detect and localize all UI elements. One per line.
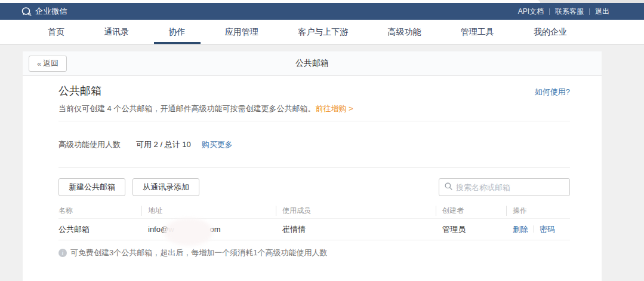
api-doc-link[interactable]: API文档 <box>518 7 544 17</box>
footnote: 可免费创建3个公共邮箱，超出后，每增加一个须消耗1个高级功能使用人数 <box>58 248 570 258</box>
topbar: 企业微信 API文档 联系客服 退出 <box>0 3 644 20</box>
nav-tab-collaboration[interactable]: 协作 <box>154 20 201 44</box>
search-input[interactable] <box>456 183 564 192</box>
search-icon <box>445 182 456 193</box>
nav-tab-admin-tools[interactable]: 管理工具 <box>446 20 509 44</box>
nav-tab-contacts[interactable]: 通讯录 <box>89 20 144 44</box>
footnote-text: 可免费创建3个公共邮箱，超出后，每增加一个须消耗1个高级功能使用人数 <box>70 248 327 258</box>
column-header-actions: 操作 <box>506 206 570 216</box>
nav-tab-advanced-features[interactable]: 高级功能 <box>372 20 436 44</box>
column-header-address: 地址 <box>141 206 276 216</box>
add-from-contacts-button[interactable]: 从通讯录添加 <box>133 178 199 196</box>
nav-tab-my-company[interactable]: 我的企业 <box>519 20 582 44</box>
topbar-links: API文档 联系客服 退出 <box>518 7 609 17</box>
how-to-use-link[interactable]: 如何使用? <box>535 87 570 97</box>
quota-value: 可用 2 / 总计 10 <box>136 139 191 150</box>
browser-window-edge-white <box>0 0 540 3</box>
password-link[interactable]: 密码 <box>540 225 555 234</box>
search-box[interactable] <box>439 178 570 196</box>
create-mailbox-button[interactable]: 新建公共邮箱 <box>58 178 125 196</box>
mailbox-name-cell: 公共邮箱 <box>58 224 141 235</box>
mailbox-table: 名称 地址 使用成员 创建者 操作 公共邮箱 info@wom 崔情情 管理员 … <box>58 203 570 240</box>
back-chevron-icon: « <box>37 59 41 68</box>
main-nav: 首页 通讯录 协作 应用管理 客户与上下游 高级功能 管理工具 我的企业 <box>0 20 644 45</box>
browser-window-edge <box>0 0 644 3</box>
page-header-title: 公共邮箱 <box>23 58 602 69</box>
quota-notice-text: 当前仅可创建 4 个公共邮箱，开通邮件高级功能可按需创建更多公共邮箱。 <box>58 104 315 113</box>
actions-separator <box>534 225 534 233</box>
address-suffix: om <box>210 225 221 234</box>
logout-link[interactable]: 退出 <box>595 7 609 17</box>
page-header-bar: « 返回 公共邮箱 <box>23 51 602 76</box>
quota-notice: 当前仅可创建 4 个公共邮箱，开通邮件高级功能可按需创建更多公共邮箱。前往增购 … <box>58 103 570 114</box>
column-header-members: 使用成员 <box>276 206 436 216</box>
info-icon <box>58 249 67 257</box>
quota-label: 高级功能使用人数 <box>58 139 121 150</box>
column-header-name: 名称 <box>58 206 141 216</box>
column-header-creator: 创建者 <box>436 206 506 216</box>
brand-name: 企业微信 <box>35 6 67 17</box>
topbar-separator <box>589 8 590 15</box>
advanced-feature-quota-row: 高级功能使用人数 可用 2 / 总计 10 购买更多 <box>58 121 570 167</box>
buy-more-seats-link[interactable]: 购买更多 <box>202 139 233 150</box>
table-row: 公共邮箱 info@wom 崔情情 管理员 删除密码 <box>58 219 570 240</box>
nav-tab-app-management[interactable]: 应用管理 <box>210 20 273 44</box>
back-button-label: 返回 <box>43 58 58 69</box>
page-title: 公共邮箱 <box>58 84 570 97</box>
mailbox-address-cell: info@wom <box>141 225 276 234</box>
wework-logo-icon <box>21 7 32 16</box>
mailbox-creator-cell: 管理员 <box>436 224 506 235</box>
content-card: « 返回 公共邮箱 公共邮箱 如何使用? 当前仅可创建 4 个公共邮箱，开通邮件… <box>23 51 602 281</box>
contact-support-link[interactable]: 联系客服 <box>555 7 584 17</box>
nav-tab-home[interactable]: 首页 <box>33 20 79 44</box>
nav-tab-customers[interactable]: 客户与上下游 <box>283 20 363 44</box>
mailbox-actions-cell: 删除密码 <box>506 224 570 235</box>
table-header-row: 名称 地址 使用成员 创建者 操作 <box>58 203 570 219</box>
mailbox-toolbar: 新建公共邮箱 从通讯录添加 <box>58 178 570 196</box>
brand[interactable]: 企业微信 <box>21 6 67 17</box>
buy-more-mailbox-link[interactable]: 前往增购 > <box>315 104 353 113</box>
back-button[interactable]: « 返回 <box>29 56 67 72</box>
divider <box>58 167 570 168</box>
delete-link[interactable]: 删除 <box>513 225 528 234</box>
topbar-separator <box>549 8 550 15</box>
mailbox-members-cell: 崔情情 <box>276 224 436 235</box>
address-prefix: info@w <box>148 225 174 234</box>
